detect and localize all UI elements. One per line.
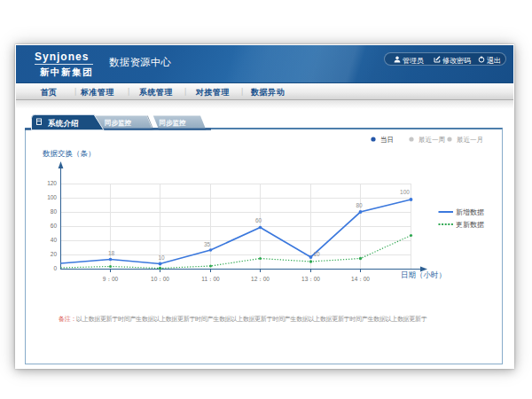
svg-text:80: 80 <box>356 202 363 208</box>
svg-text:数据交换（条）: 数据交换（条） <box>43 149 96 158</box>
svg-text:20: 20 <box>51 251 58 257</box>
svg-text:60: 60 <box>51 223 58 229</box>
svg-text:80: 80 <box>51 208 58 215</box>
svg-text:0: 0 <box>53 265 57 271</box>
svg-text:120: 120 <box>47 180 57 186</box>
svg-text:同步监控: 同步监控 <box>160 119 187 127</box>
svg-text:18: 18 <box>108 250 115 256</box>
svg-text:更新数据: 更新数据 <box>456 221 484 229</box>
svg-text:14：00: 14：00 <box>351 276 370 282</box>
svg-text:新增数据: 新增数据 <box>456 208 484 216</box>
svg-text:10：00: 10：00 <box>151 276 169 282</box>
svg-text:13：00: 13：00 <box>301 276 320 282</box>
svg-text:当日: 当日 <box>380 136 394 144</box>
svg-text:35: 35 <box>204 241 211 247</box>
svg-text:100: 100 <box>400 189 410 195</box>
svg-text:12：00: 12：00 <box>251 276 270 282</box>
svg-text:100: 100 <box>47 194 57 200</box>
svg-text:11：00: 11：00 <box>201 276 220 282</box>
svg-text:最近一月: 最近一月 <box>457 136 483 144</box>
svg-text:9：00: 9：00 <box>103 276 119 282</box>
svg-text:10: 10 <box>158 254 165 261</box>
svg-text:最近一周: 最近一周 <box>419 136 445 144</box>
svg-text:40: 40 <box>51 237 58 243</box>
svg-text:日期（小时）: 日期（小时） <box>401 270 446 279</box>
svg-text:60: 60 <box>255 217 262 223</box>
svg-text:系统介绍: 系统介绍 <box>47 119 79 128</box>
svg-text:10: 10 <box>313 251 320 257</box>
svg-text:同步监控: 同步监控 <box>105 119 132 127</box>
